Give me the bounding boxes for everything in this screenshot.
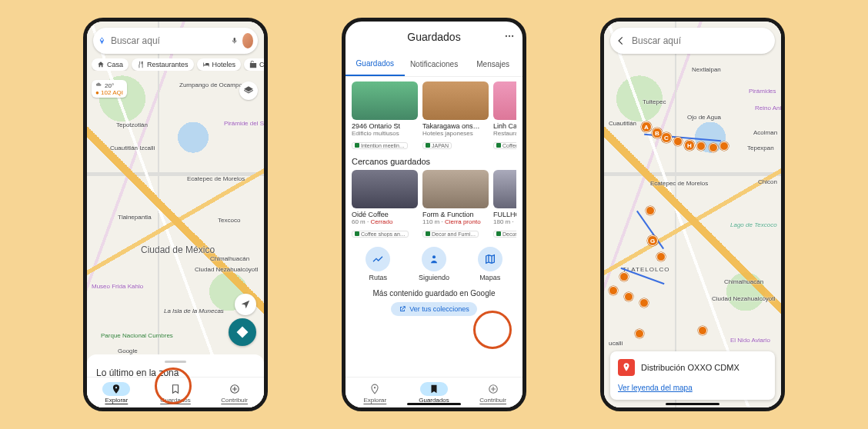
place-thumb (493, 170, 516, 208)
map-label: La Isla de la Munecas (164, 308, 224, 314)
quick-row: Rutas Siguiendo Mapas (352, 247, 516, 281)
map-pin[interactable] (709, 143, 718, 152)
search-input[interactable] (632, 35, 770, 46)
place-card[interactable]: Oidé Coffee 60 m · Cerrado Coffee shops … (352, 170, 418, 239)
map-pin-icon (618, 359, 635, 376)
pin-icon (369, 384, 380, 394)
map-pin[interactable] (673, 137, 683, 146)
nav-explore[interactable]: Explorar (87, 377, 146, 407)
saved-body: 2946 Ontario St Edificio multiusos Inten… (346, 77, 522, 407)
map-pin[interactable]: G (647, 235, 658, 246)
map-label: Ecatepec de Morelos (650, 180, 708, 187)
map-pin[interactable] (646, 206, 655, 215)
directions-icon (235, 325, 249, 339)
open-icon (399, 305, 406, 313)
place-thumb (352, 170, 418, 208)
map-label: Cuautitlán Izcalli (110, 145, 155, 151)
back-button[interactable] (615, 35, 627, 47)
nav-saved[interactable]: Guardados (146, 377, 205, 407)
tab-notifications[interactable]: Notificaciones (405, 52, 464, 76)
map-pin[interactable] (635, 329, 644, 338)
directions-button[interactable] (229, 318, 256, 346)
chip-hotels[interactable]: Hoteles (197, 58, 242, 71)
quick-maps[interactable]: Mapas (478, 247, 502, 281)
chip-shopping[interactable]: Compras (244, 58, 264, 71)
screen-explore: Zumpango de Ocampo Tepotzotlán Cuautitlá… (87, 22, 264, 407)
quick-routes[interactable]: Rutas (366, 247, 390, 281)
place-card[interactable]: 2946 Ontario St Edificio multiusos Inten… (352, 81, 418, 151)
map-pin[interactable] (656, 252, 666, 261)
screen-saved: Guardados Guardados Notificaciones Mensa… (346, 22, 522, 407)
collections-button[interactable]: Ver tus colecciones (391, 302, 477, 316)
home-indicator (666, 403, 719, 405)
mymap-card[interactable]: Distribución OXXO CDMX Ver leyenda del m… (610, 351, 775, 400)
map-roads (604, 22, 781, 407)
nav-contribute[interactable]: Contribuir (463, 377, 522, 407)
map-label-google: Google (118, 348, 138, 354)
place-thumb (422, 170, 489, 208)
map-pin[interactable] (639, 298, 649, 308)
tab-saved[interactable]: Guardados (346, 52, 405, 76)
map-label: Pirámides (749, 88, 776, 95)
svg-point-5 (432, 255, 436, 258)
chip-row: Casa Restaurantes Hoteles Compras (92, 58, 264, 71)
tab-messages[interactable]: Mensajes (463, 52, 522, 76)
sheet-handle[interactable] (165, 361, 186, 363)
map-label: Nextlalpan (692, 66, 721, 73)
chevron-left-icon (616, 35, 626, 46)
google-logo-icon (98, 35, 106, 47)
screen-mymap: Nextlalpan Tultepec Cuautitlán Ojo de Ag… (604, 22, 781, 407)
map-label: Parque Nacional Cumbres (101, 332, 173, 339)
map-pin[interactable] (624, 292, 633, 301)
svg-point-4 (512, 35, 513, 37)
map-label: Museo Frida Kahlo (92, 283, 143, 290)
map-icon (484, 253, 496, 265)
map-label: Chimalhuacán (210, 255, 249, 262)
svg-point-3 (509, 35, 510, 37)
chip-restaurants[interactable]: Restaurantes (132, 58, 194, 71)
tabs: Guardados Notificaciones Mensajes (346, 52, 522, 77)
nav-explore[interactable]: Explorar (346, 377, 405, 407)
search-input[interactable] (111, 35, 226, 46)
search-bar[interactable] (93, 28, 258, 54)
nav-contribute[interactable]: Contribuir (205, 377, 264, 407)
layers-button[interactable] (239, 81, 258, 100)
map-label: Ojo de Agua (687, 114, 721, 121)
my-location-button[interactable] (235, 294, 256, 315)
map-pin[interactable] (609, 286, 618, 295)
chip-home[interactable]: Casa (92, 58, 129, 71)
quick-following[interactable]: Siguiendo (419, 247, 449, 281)
avatar[interactable] (242, 33, 253, 48)
map-pin[interactable]: H (684, 140, 695, 151)
nearby-row[interactable]: Oidé Coffee 60 m · Cerrado Coffee shops … (352, 170, 516, 239)
place-card[interactable]: Linh Café Restaurant… Coffee… (493, 81, 516, 151)
map-label-cdmx: Ciudad de México (141, 244, 215, 255)
mic-icon[interactable] (231, 35, 239, 46)
more-icon[interactable] (504, 31, 515, 42)
svg-point-6 (374, 387, 376, 388)
home-indicator (407, 403, 461, 405)
map-pin[interactable] (719, 141, 729, 151)
map-label: Texcoco (218, 217, 240, 224)
recent-row[interactable]: 2946 Ontario St Edificio multiusos Inten… (352, 81, 516, 151)
map-pin[interactable] (698, 326, 707, 335)
place-card[interactable]: Form & Function 110 m · Cierra pronto De… (422, 170, 489, 239)
map-pin[interactable] (696, 141, 706, 151)
map-pin[interactable]: C (661, 132, 672, 143)
map-label: Tlalnepantla (118, 214, 152, 221)
phone-saved: Guardados Guardados Notificaciones Mensa… (342, 18, 526, 411)
bottom-nav: Explorar Guardados Contribuir (87, 377, 264, 407)
map-label: Reino Animal (755, 105, 781, 111)
place-card[interactable]: Takaragawa ons… Hoteles japoneses JAPAN (422, 81, 489, 151)
weather-widget[interactable]: 20° ● 102 AQI (92, 80, 127, 98)
map-label: Tultepec (643, 98, 666, 105)
place-card[interactable]: FULLHOU… 180 m · Decor … (493, 170, 516, 239)
phone-mymap: Nextlalpan Tultepec Cuautitlán Ojo de Ag… (600, 18, 785, 411)
layers-icon (243, 85, 254, 96)
map-label: Cuautitlán (609, 120, 636, 127)
search-bar[interactable] (610, 28, 775, 54)
legend-link[interactable]: Ver leyenda del mapa (618, 384, 767, 392)
section-nearby: Cercanos guardados (352, 157, 516, 166)
map-pin[interactable] (619, 272, 629, 281)
map-pin[interactable]: A (641, 121, 652, 132)
